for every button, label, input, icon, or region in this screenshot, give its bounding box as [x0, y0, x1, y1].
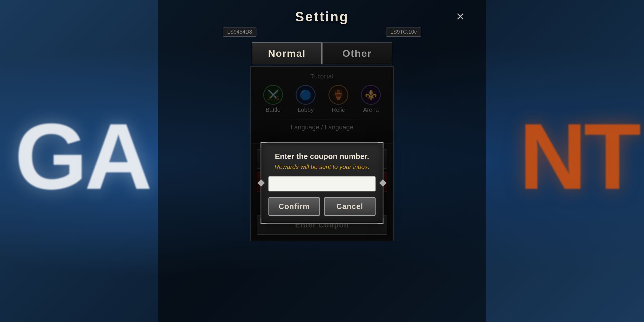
bg-text-right: NT [519, 102, 638, 210]
close-button[interactable]: ✕ [453, 9, 468, 25]
coupon-input[interactable] [268, 176, 376, 191]
id-chip-left: LS9454D8 [223, 28, 256, 37]
modal-buttons: Confirm Cancel [268, 197, 376, 216]
tab-bar: Normal Other [252, 42, 392, 64]
tab-normal[interactable]: Normal [252, 42, 322, 64]
id-strip: LS9454D8 LS9TC.10c [158, 28, 486, 37]
modal-diamond-right [379, 179, 386, 186]
modal-corner-tl [261, 142, 266, 148]
id-chip-right: LS9TC.10c [386, 28, 421, 37]
confirm-button[interactable]: Confirm [268, 197, 320, 216]
modal-box: Enter the coupon number. Rewards will be… [261, 142, 383, 224]
modal-corner-bl [261, 218, 266, 224]
modal-diamond-left [257, 179, 265, 186]
title-bar: Setting ✕ [158, 9, 486, 25]
modal-title: Enter the coupon number. [268, 152, 376, 161]
modal-subtitle: Rewards will be sent to your inbox. [268, 163, 376, 170]
setting-panel: Setting ✕ LS9454D8 LS9TC.10c Normal Othe… [158, 0, 486, 322]
panel-title: Setting [295, 9, 349, 25]
modal-backdrop: Enter the coupon number. Rewards will be… [250, 66, 394, 241]
modal-corner-br [378, 218, 383, 224]
tab-other[interactable]: Other [322, 42, 392, 64]
modal-corner-tr [378, 142, 383, 148]
cancel-button[interactable]: Cancel [324, 197, 376, 216]
bg-text-left: GA [15, 102, 149, 210]
content-wrapper: Tutorial ⚔️ Battle 🔵 Lobby 🏺 Relic ⚜️ Ar… [250, 66, 394, 241]
